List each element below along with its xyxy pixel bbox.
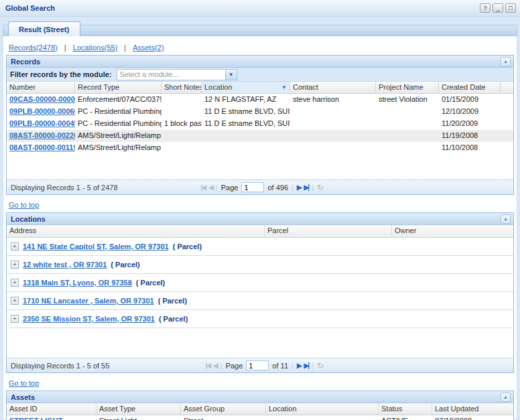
last-page-icon[interactable]: ▶| [304,362,309,369]
record-number-link[interactable]: 09PLB-00000-00066 [9,107,75,115]
table-row[interactable]: 09PLB-00000-00066 PC - Residential Plumb… [7,106,513,118]
parcel-suffix: ( Parcel) [159,315,188,323]
first-page-icon[interactable]: |◀ [201,184,206,191]
minimize-icon[interactable]: _ [493,3,503,13]
table-row[interactable]: STREET LIGHT Street Light Street ACTIVE … [7,415,513,420]
column-header-contact[interactable]: Contact [290,82,376,93]
pager-separator: | [291,184,294,192]
column-header-asset-type[interactable]: Asset Type [96,403,181,415]
locations-count-link[interactable]: Locations(55) [73,44,118,52]
table-row[interactable]: 09PLB-00000-00045 PC - Residential Plumb… [7,118,513,130]
contact-cell [290,118,376,130]
page-number-input[interactable] [241,182,264,192]
locations-status-text: Displaying Records 1 - 5 of 55 [11,362,109,370]
module-select[interactable]: Select a module... ▼ [117,69,237,80]
expand-icon[interactable]: + [11,261,19,269]
nav-separator: | [124,44,126,52]
expand-icon[interactable]: + [11,242,19,251]
address-link[interactable]: 1318 Main ST, Lyons, OR 97358 [23,279,132,287]
maximize-icon[interactable]: □ [505,3,516,13]
table-row[interactable]: 09CAS-00000-00004 Enforcement/07ACC/0379… [7,94,513,106]
next-page-icon[interactable]: ▶ [297,362,301,369]
table-row[interactable]: 08AST-00000-00119 AMS/Street/Light/Relam… [7,142,513,154]
record-number-link[interactable]: 09PLB-00000-00045 [9,119,75,127]
column-header-asset-group[interactable]: Asset Group [181,403,266,415]
project-name-cell [376,118,439,130]
location-cell: 11 D E stname BLVD, SUITE u... [202,118,290,130]
window-titlebar: Global Search ? _ □ [0,0,520,17]
prev-page-icon[interactable]: ◀ [213,362,217,369]
column-header-number[interactable]: Number [7,82,75,93]
column-header-record-type[interactable]: Record Type [75,82,161,93]
column-header-owner[interactable]: Owner [392,225,513,237]
record-type-cell: AMS/Street/Light/Relamp [75,130,161,142]
pager-separator: | [220,362,222,370]
records-count-link[interactable]: Records(2478) [9,44,58,52]
prev-page-icon[interactable]: ◀ [208,184,212,191]
last-page-icon[interactable]: ▶| [304,184,309,191]
column-header-status[interactable]: Status [379,403,432,415]
go-to-top-link[interactable]: Go to top [9,201,39,209]
contact-cell [290,106,376,118]
column-header-project-name[interactable]: Project Name [376,82,439,93]
record-number-link[interactable]: 08AST-00000-00119 [9,143,75,151]
project-name-cell [376,130,439,142]
page-number-input[interactable] [246,360,269,370]
short-notes-cell [161,106,202,118]
refresh-icon[interactable]: ↻ [317,183,324,192]
address-link[interactable]: 141 NE State Capitol ST, Salem, OR 97301 [23,242,169,251]
result-nav-links: Records(2478) | Locations(55) | Assets(2… [6,40,514,55]
first-page-icon[interactable]: |◀ [206,362,210,369]
page-of-label: of 496 [267,184,288,192]
expand-icon[interactable]: + [11,315,19,323]
locations-panel-title: Locations [11,215,46,223]
module-select-placeholder: Select a module... [117,70,225,80]
parcel-suffix: ( Parcel) [136,279,165,287]
go-to-top-link[interactable]: Go to top [9,379,39,387]
records-grid-header: Number Record Type Short Notes Location … [7,82,513,94]
chevron-down-icon[interactable]: ▼ [225,70,237,80]
collapse-icon[interactable]: ▲ [501,214,511,224]
records-status-text: Displaying Records 1 - 5 of 2478 [11,184,118,192]
project-name-cell [376,106,439,118]
short-notes-cell [161,94,202,106]
column-header-created-date[interactable]: Created Date [439,82,501,93]
record-number-link[interactable]: 08AST-00000-00226 [9,131,75,139]
column-menu-icon[interactable]: ▼ [281,82,287,93]
address-link[interactable]: 12 white test , OR 97301 [23,261,107,269]
help-icon[interactable]: ? [480,3,491,13]
column-header-location[interactable]: Location ▼ [202,82,290,93]
collapse-icon[interactable]: ▲ [501,57,511,66]
parcel-suffix: ( Parcel) [158,297,187,305]
column-header-short-notes[interactable]: Short Notes [161,82,202,93]
list-item: + 1318 Main ST, Lyons, OR 97358 ( Parcel… [7,274,513,292]
collapse-icon[interactable]: ▲ [501,393,511,402]
table-row[interactable]: 08AST-00000-00226 AMS/Street/Light/Relam… [7,130,513,142]
tab-result-street[interactable]: Result (Street) [8,21,80,36]
refresh-icon[interactable]: ↻ [317,361,324,370]
next-page-icon[interactable]: ▶ [297,184,301,191]
expand-icon[interactable]: + [11,297,19,305]
column-header-parcel[interactable]: Parcel [265,225,392,237]
column-header-address[interactable]: Address [7,225,265,237]
short-notes-cell: 1 block past... [161,118,202,130]
column-header-asset-id[interactable]: Asset ID [7,403,96,415]
address-link[interactable]: 1710 NE Lancaster , Salem, OR 97301 [23,297,154,305]
record-type-cell: PC - Residential Plumbing [75,118,161,130]
list-item: + 12 white test , OR 97301 ( Parcel) [7,256,513,274]
address-link[interactable]: 2350 SE Mission ST, Salem, OR 97301 [23,315,155,323]
record-number-link[interactable]: 09CAS-00000-00004 [9,95,75,103]
list-item: + 141 NE State Capitol ST, Salem, OR 973… [7,238,513,256]
assets-panel-header: Assets ▲ [7,391,513,403]
column-header-last-updated[interactable]: Last Updated [432,403,513,415]
asset-id-link[interactable]: STREET LIGHT [9,417,62,420]
expand-icon[interactable]: + [11,279,19,287]
column-header-location[interactable]: Location [266,403,379,415]
short-notes-cell [161,130,202,142]
page-label: Page [221,184,239,192]
created-date-cell: 12/10/2009 [439,106,501,118]
assets-count-link[interactable]: Assets(2) [133,44,164,52]
column-header-spacer [501,82,513,93]
locations-grid-empty-area [7,328,513,358]
records-filter-row: Filter records by the module: Select a m… [7,68,513,82]
